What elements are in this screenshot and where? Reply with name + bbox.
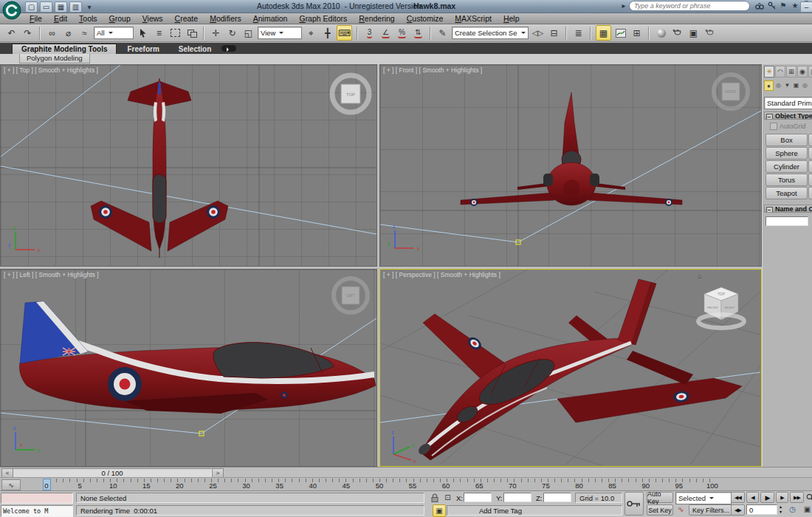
tab-display[interactable]: ▢: [808, 66, 812, 78]
track-bar[interactable]: ∿ 05101520253035404550556065707580859095…: [0, 477, 812, 490]
save-file-button[interactable]: ▦: [55, 1, 67, 13]
viewcube-perspective[interactable]: TOP FRONT RIGHT: [698, 287, 744, 328]
search-go-icon[interactable]: ▸: [619, 1, 629, 10]
time-slider-track[interactable]: < 0 / 100 >: [0, 467, 812, 477]
next-frame-button[interactable]: ▶: [776, 492, 788, 503]
primitive-button-clipped[interactable]: [808, 187, 812, 199]
align-icon[interactable]: ⊟: [547, 26, 561, 40]
category-geometry-icon[interactable]: ●: [764, 81, 774, 91]
snaps-toggle-3d-icon[interactable]: 3: [362, 26, 376, 40]
rendered-frame-window-icon[interactable]: ▣: [687, 26, 701, 40]
redo-button[interactable]: ↷: [21, 26, 35, 40]
reference-coordinate-dropdown[interactable]: View: [258, 27, 302, 39]
selection-lock-icon[interactable]: [430, 493, 441, 503]
tab-create[interactable]: ✳: [764, 66, 774, 78]
set-keys-key-button[interactable]: [625, 492, 644, 516]
viewport-front-label[interactable]: [ + ] [ Front ] [ Smooth + Highlights ]: [383, 66, 482, 74]
sign-in-key-icon[interactable]: [766, 1, 777, 10]
z-coordinate-field[interactable]: [543, 493, 571, 502]
maxscript-mini-listener-input[interactable]: [1, 493, 73, 504]
key-mode-dropdown[interactable]: Selected: [675, 492, 732, 504]
communication-flag-icon[interactable]: ⚑: [778, 1, 788, 10]
spinner-snap-toggle-icon[interactable]: ⇅: [411, 26, 425, 40]
nav-zoom-icon[interactable]: [805, 492, 812, 503]
angle-snap-toggle-icon[interactable]: ∠: [379, 26, 393, 40]
viewport-left[interactable]: [ + ] [ Left ] [ Smooth + Highlights ]: [0, 269, 377, 467]
undo-button[interactable]: ↶: [4, 26, 18, 40]
menu-item[interactable]: Animation: [247, 13, 294, 24]
select-and-rotate-icon[interactable]: ↻: [225, 26, 239, 40]
viewport-perspective[interactable]: [ + ] [ Perspective ] [ Smooth + Highlig…: [379, 269, 762, 467]
window-minimize-button[interactable]: –: [800, 1, 812, 13]
primitive-button-clipped[interactable]: [808, 174, 812, 186]
tab-motion[interactable]: ◉: [797, 66, 808, 78]
binoculars-icon[interactable]: [754, 1, 765, 10]
menu-item[interactable]: File: [24, 13, 48, 24]
qat-dropdown-icon[interactable]: ▾: [84, 2, 94, 12]
render-production-icon[interactable]: [703, 26, 717, 40]
open-file-button[interactable]: ▭: [40, 1, 52, 13]
primitive-button-clipped[interactable]: [808, 147, 812, 160]
category-helpers-icon[interactable]: ◎: [801, 81, 809, 89]
edit-named-selection-sets-icon[interactable]: ✎: [436, 26, 450, 40]
select-object-cursor-icon[interactable]: [136, 26, 150, 40]
x-coordinate-field[interactable]: [464, 493, 492, 502]
current-frame-field[interactable]: 0: [746, 504, 777, 515]
viewport-perspective-label[interactable]: [ + ] [ Perspective ] [ Smooth + Highlig…: [383, 271, 500, 278]
window-crossing-icon[interactable]: [185, 26, 199, 40]
use-pivot-point-center-icon[interactable]: ⌖: [304, 26, 318, 40]
go-to-end-button[interactable]: ▶▶: [790, 492, 804, 503]
mini-curve-editor-icon[interactable]: ∿: [1, 479, 21, 490]
menu-item[interactable]: Views: [137, 13, 169, 24]
primitive-button[interactable]: Torus: [765, 174, 808, 186]
material-editor-icon[interactable]: [654, 26, 668, 40]
selection-filter-dropdown[interactable]: All: [94, 27, 134, 39]
keyboard-shortcut-override-toggle[interactable]: ⌨: [337, 25, 352, 41]
autogrid-checkbox[interactable]: [770, 123, 777, 130]
curve-editor-icon[interactable]: [613, 26, 627, 40]
mirror-icon[interactable]: ◁▷: [531, 26, 545, 40]
favorites-star-icon[interactable]: ★: [790, 1, 800, 10]
add-time-tag-cube-icon[interactable]: ▣: [433, 504, 446, 517]
menu-item[interactable]: Rendering: [353, 13, 400, 24]
y-coordinate-field[interactable]: [503, 493, 531, 502]
primitive-button[interactable]: Teapot: [765, 187, 808, 199]
menu-item[interactable]: Group: [103, 13, 137, 24]
unlink-selection-icon[interactable]: ⌀: [61, 26, 75, 40]
render-setup-icon[interactable]: [670, 26, 684, 40]
menu-item[interactable]: Customize: [401, 13, 450, 24]
absolute-offset-toggle-icon[interactable]: ⊡: [442, 492, 453, 503]
key-filters-button[interactable]: Key Filters...: [689, 504, 733, 516]
named-selection-sets-dropdown[interactable]: Create Selection Se: [452, 27, 529, 39]
object-type-rollout-header[interactable]: Object Type: [764, 112, 812, 120]
search-input[interactable]: [629, 1, 750, 11]
menu-item[interactable]: Tools: [73, 13, 103, 24]
geometry-type-dropdown[interactable]: Standard Primitives: [764, 97, 812, 109]
menu-item[interactable]: Create: [169, 13, 204, 24]
previous-frame-button[interactable]: ◀: [746, 492, 759, 503]
menu-item[interactable]: Modifiers: [204, 13, 247, 24]
primitive-button-clipped[interactable]: [808, 134, 812, 146]
tab-modify[interactable]: ◠: [775, 66, 785, 78]
ribbon-tab[interactable]: Selection: [170, 44, 220, 54]
viewport-front[interactable]: [ + ] [ Front ] [ Smooth + Highlights ]: [379, 64, 762, 267]
play-button[interactable]: ▶: [760, 492, 774, 503]
viewcube-left[interactable]: LEFT: [334, 278, 368, 312]
key-mode-toggle-button[interactable]: ◀▶: [731, 504, 745, 516]
category-shapes-icon[interactable]: ◎: [774, 81, 782, 89]
maxscript-mini-listener-output[interactable]: Welcome to M: [1, 505, 73, 517]
graphite-modeling-tools-toggle[interactable]: ▦: [596, 25, 611, 41]
add-time-tag-field[interactable]: Add Time Tag: [447, 505, 622, 516]
ribbon-tab[interactable]: Graphite Modeling Tools: [12, 44, 117, 54]
go-to-start-button[interactable]: ◀◀: [731, 492, 745, 503]
set-key-button[interactable]: Set Key: [647, 504, 673, 516]
select-and-link-icon[interactable]: ∞: [45, 26, 59, 40]
ribbon-tab[interactable]: Freeform: [118, 44, 168, 54]
primitive-button[interactable]: Cylinder: [765, 160, 808, 173]
viewcube-top[interactable]: TOP: [332, 75, 369, 112]
schematic-view-icon[interactable]: ⊞: [630, 26, 644, 40]
tab-hierarchy[interactable]: ⊞: [786, 66, 796, 78]
menu-item[interactable]: Edit: [48, 13, 73, 24]
3dsmax-logo-icon[interactable]: [2, 1, 21, 20]
bind-to-space-warp-icon[interactable]: ≈: [78, 26, 92, 40]
